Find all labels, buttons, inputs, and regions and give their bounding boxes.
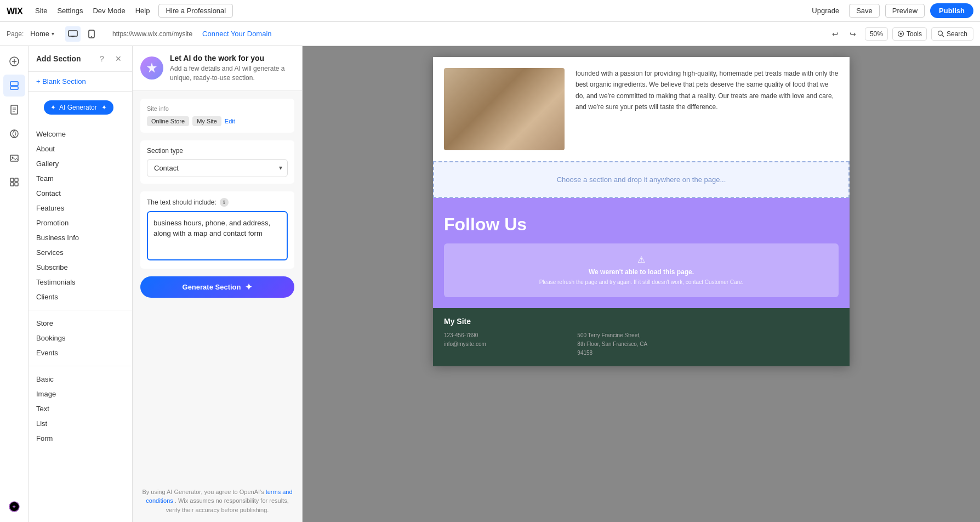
- site-info-label: Site info: [147, 105, 288, 112]
- nav-item-bookings[interactable]: Bookings: [29, 331, 132, 345]
- nav-item-about[interactable]: About: [29, 141, 132, 156]
- panel-header: Add Section ? ✕: [29, 46, 132, 72]
- wix-logo: WIX: [7, 5, 26, 16]
- warning-icon: ⚠: [455, 254, 828, 265]
- add-section-panel: Add Section ? ✕ + Blank Section ✦ AI Gen…: [29, 46, 133, 522]
- redo-button[interactable]: ↪: [845, 26, 861, 42]
- design-icon[interactable]: [3, 123, 25, 145]
- nav-settings[interactable]: Settings: [57, 7, 83, 15]
- mobile-view-icon[interactable]: [84, 26, 99, 42]
- ai-footer-text: By using AI Generator, you agree to Open…: [142, 489, 264, 495]
- nav-devmode[interactable]: Dev Mode: [93, 7, 125, 15]
- nav-item-text[interactable]: Text: [29, 401, 132, 416]
- nav-help[interactable]: Help: [135, 7, 150, 15]
- about-section: founded with a passion for providing hig…: [433, 57, 850, 161]
- site-tag-online-store: Online Store: [147, 116, 189, 126]
- blank-section-button[interactable]: + Blank Section: [29, 72, 132, 92]
- chevron-down-icon: ▾: [52, 31, 54, 37]
- svg-rect-13: [10, 82, 18, 86]
- tools-button[interactable]: Tools: [892, 27, 927, 41]
- text-include-label: The text should include: ℹ: [147, 198, 288, 207]
- nav-item-list[interactable]: List: [29, 416, 132, 431]
- toolbar2: Page: Home ▾ https://www.wix.com/mysite …: [0, 22, 980, 46]
- undo-button[interactable]: ↩: [828, 26, 843, 42]
- svg-line-9: [942, 35, 944, 37]
- nav-section: Welcome About Gallery Team Contact Featu…: [29, 123, 132, 308]
- hire-professional-button[interactable]: Hire a Professional: [158, 4, 233, 18]
- site-canvas: founded with a passion for providing hig…: [433, 57, 850, 366]
- desktop-view-icon[interactable]: [65, 26, 81, 42]
- nav-item-subscribe[interactable]: Subscribe: [29, 260, 132, 275]
- ai-gen-icon: ✦: [50, 104, 56, 111]
- nav-item-features[interactable]: Features: [29, 201, 132, 215]
- svg-rect-25: [15, 183, 18, 186]
- svg-rect-1: [69, 31, 77, 36]
- info-icon[interactable]: ℹ: [220, 198, 229, 207]
- nav-item-promotion[interactable]: Promotion: [29, 215, 132, 230]
- top-nav: Site Settings Dev Mode Help: [35, 7, 150, 15]
- nav-item-basic[interactable]: Basic: [29, 372, 132, 387]
- ai-generator-button[interactable]: ✦ AI Generator ✦: [44, 100, 113, 115]
- search-button[interactable]: Search: [931, 27, 973, 41]
- site-info-section: Site info Online Store My Site Edit: [140, 99, 294, 133]
- nav-site[interactable]: Site: [35, 7, 47, 15]
- ai-assistant-icon[interactable]: ✦: [3, 496, 25, 518]
- svg-rect-23: [15, 178, 18, 181]
- about-text: founded with a passion for providing hig…: [576, 68, 839, 150]
- panel-title: Add Section: [36, 54, 81, 63]
- generate-section-button[interactable]: Generate Section ✦: [140, 276, 294, 298]
- ai-generator-panel: Let AI do the work for you Add a few det…: [133, 46, 303, 522]
- main-layout: ✦ Add Section ? ✕ + Blank Section ✦ AI G…: [0, 46, 980, 522]
- nav-item-image[interactable]: Image: [29, 387, 132, 401]
- media-icon[interactable]: [3, 147, 25, 169]
- panel-header-icons: ? ✕: [96, 53, 124, 65]
- add-elements-icon[interactable]: [3, 50, 25, 72]
- svg-text:WIX: WIX: [7, 6, 23, 15]
- footer-site-name: My Site: [444, 317, 839, 326]
- save-button[interactable]: Save: [849, 4, 880, 18]
- ai-gen-sparkle: ✦: [101, 104, 107, 111]
- help-icon[interactable]: ?: [96, 53, 108, 65]
- svg-rect-20: [10, 155, 18, 161]
- nav-item-contact[interactable]: Contact: [29, 186, 132, 201]
- divider: [29, 310, 132, 310]
- page-name: Home: [30, 30, 49, 38]
- nav-item-services[interactable]: Services: [29, 245, 132, 260]
- nav-item-welcome[interactable]: Welcome: [29, 127, 132, 141]
- about-image: [444, 68, 565, 150]
- zoom-indicator[interactable]: 50%: [865, 27, 888, 41]
- nav-item-testimonials[interactable]: Testimonials: [29, 275, 132, 290]
- close-icon[interactable]: ✕: [112, 53, 124, 65]
- nav-item-events[interactable]: Events: [29, 345, 132, 360]
- drop-zone[interactable]: Choose a section and drop it anywhere on…: [433, 161, 850, 198]
- connect-domain-link[interactable]: Connect Your Domain: [202, 30, 271, 38]
- divider2: [29, 366, 132, 366]
- nav-item-form[interactable]: Form: [29, 431, 132, 446]
- sparkle-icon: ✦: [245, 282, 252, 292]
- apps-icon[interactable]: [3, 171, 25, 193]
- blank-section-label: + Blank Section: [36, 77, 86, 86]
- section-type-block: Section type Contact: [140, 140, 294, 184]
- preview-button[interactable]: Preview: [885, 4, 925, 18]
- svg-rect-14: [10, 87, 18, 89]
- nav-item-business-info[interactable]: Business Info: [29, 230, 132, 245]
- nav-item-store[interactable]: Store: [29, 316, 132, 331]
- nav-item-gallery[interactable]: Gallery: [29, 156, 132, 171]
- add-section-icon[interactable]: [3, 75, 25, 97]
- nav-item-clients[interactable]: Clients: [29, 290, 132, 304]
- follow-error-title: We weren't able to load this page.: [455, 268, 828, 276]
- section-type-label: Section type: [147, 147, 288, 155]
- svg-point-5: [91, 36, 92, 37]
- pages-icon[interactable]: [3, 99, 25, 121]
- publish-button[interactable]: Publish: [930, 3, 973, 18]
- section-type-select-wrapper: Contact: [147, 159, 288, 177]
- section-type-select[interactable]: Contact: [147, 159, 288, 177]
- undo-redo: ↩ ↪: [828, 26, 861, 42]
- upgrade-button[interactable]: Upgrade: [807, 4, 844, 17]
- canvas-inner: founded with a passion for providing hig…: [303, 46, 980, 522]
- svg-point-7: [899, 33, 902, 35]
- edit-site-tags-link[interactable]: Edit: [225, 118, 235, 124]
- text-include-textarea[interactable]: business hours, phone, and address, alon…: [147, 211, 288, 260]
- page-dropdown[interactable]: Home ▾: [30, 30, 54, 38]
- nav-item-team[interactable]: Team: [29, 171, 132, 186]
